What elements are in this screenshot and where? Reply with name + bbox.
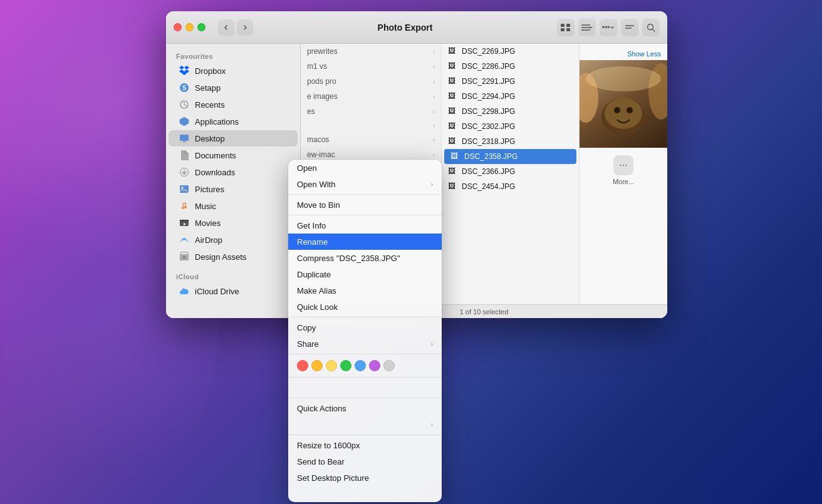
traffic-lights [174, 23, 205, 31]
left-column-item[interactable]: m1 vs › [301, 59, 441, 74]
menu-separator [288, 194, 442, 195]
arrange-button[interactable] [578, 19, 596, 36]
file-icon: 🖼 [450, 152, 460, 162]
left-column-item[interactable]: pods pro › [301, 74, 441, 89]
applications-icon [179, 116, 190, 127]
dropbox-icon [179, 65, 190, 76]
sidebar: Favourites Dropbox S Setapp Recents [166, 44, 301, 318]
menu-item-set-desktop[interactable] [288, 486, 442, 502]
sidebar-item-downloads[interactable]: Downloads [169, 164, 298, 180]
svg-point-16 [182, 187, 184, 189]
sidebar-item-airdrop-label: AirDrop [195, 235, 222, 245]
chevron-icon: › [431, 341, 433, 347]
left-column-item[interactable]: prewrites › [301, 44, 441, 59]
menu-item-show-preview-options[interactable]: Quick Actions [288, 400, 442, 416]
maximize-button[interactable] [197, 23, 205, 31]
svg-rect-23 [186, 221, 187, 222]
sidebar-item-applications-label: Applications [195, 117, 239, 126]
svg-point-32 [627, 107, 633, 113]
file-item[interactable]: 🖼 DSC_2286.JPG [442, 59, 579, 74]
color-tag-green[interactable] [340, 360, 351, 371]
menu-item-open-with[interactable]: Open With › [288, 176, 442, 192]
menu-item-open[interactable]: Open [288, 160, 442, 176]
color-tag-orange[interactable] [311, 360, 323, 371]
menu-item-send-to-bear[interactable]: Set Desktop Picture [288, 470, 442, 486]
downloads-icon [179, 167, 190, 178]
color-tag-yellow[interactable] [326, 360, 337, 371]
color-tag-blue[interactable] [355, 360, 366, 371]
menu-item-make-alias[interactable]: Make Alias [288, 282, 442, 299]
left-column-item[interactable]: e images › [301, 89, 441, 104]
sidebar-item-movies[interactable]: Movies [169, 215, 298, 231]
sidebar-section-icloud: iCloud [166, 269, 300, 282]
search-button[interactable] [642, 19, 660, 36]
file-item[interactable]: 🖼 DSC_2454.JPG [442, 179, 579, 194]
sidebar-item-documents[interactable]: Documents [169, 147, 298, 163]
svg-line-7 [653, 29, 655, 31]
color-tag-gray[interactable] [383, 360, 395, 371]
sidebar-item-pictures-label: Pictures [195, 185, 224, 194]
file-item-selected[interactable]: 🖼 DSC_2358.JPG [444, 149, 576, 164]
menu-item-share[interactable]: Share › [288, 336, 442, 352]
svg-rect-24 [183, 256, 185, 259]
menu-item-resize[interactable]: Send to Bear [288, 453, 442, 470]
menu-item-move-to-bin[interactable]: Move to Bin [288, 197, 442, 213]
svg-point-30 [605, 98, 642, 129]
menu-item-duplicate[interactable]: Duplicate [288, 266, 442, 282]
file-item[interactable]: 🖼 DSC_2318.JPG [442, 134, 579, 149]
svg-rect-0 [561, 24, 564, 27]
left-column-item[interactable]: macos › [301, 132, 441, 147]
color-tags [288, 356, 442, 375]
file-item[interactable]: 🖼 DSC_2291.JPG [442, 74, 579, 89]
left-column-item[interactable]: › [301, 119, 441, 132]
recents-icon [179, 99, 190, 110]
sidebar-item-recents[interactable]: Recents [169, 96, 298, 113]
sidebar-item-music[interactable]: Music [169, 198, 298, 214]
file-item[interactable]: 🖼 DSC_2366.JPG [442, 164, 579, 179]
sidebar-item-pictures[interactable]: Pictures [169, 181, 298, 197]
sidebar-item-documents-label: Documents [195, 151, 236, 160]
svg-rect-12 [183, 141, 185, 142]
nav-buttons [218, 19, 253, 36]
menu-separator [288, 317, 442, 317]
more-options-button[interactable]: ••• [600, 19, 617, 36]
setapp-icon: S [179, 82, 190, 93]
back-button[interactable] [218, 19, 234, 36]
more-button[interactable]: ··· [613, 155, 633, 175]
menu-separator [288, 354, 442, 354]
show-less-button[interactable]: Show Less [627, 50, 661, 58]
svg-rect-2 [561, 28, 564, 31]
file-item[interactable]: 🖼 DSC_2269.JPG [442, 44, 579, 59]
sidebar-item-dropbox[interactable]: Dropbox [169, 63, 298, 79]
file-item[interactable]: 🖼 DSC_2294.JPG [442, 89, 579, 104]
menu-separator [288, 398, 442, 398]
left-column-item[interactable]: es › [301, 104, 441, 119]
sidebar-section-favourites: Favourites [166, 49, 300, 62]
view-toggle-button[interactable] [557, 19, 575, 36]
file-icon: 🖼 [448, 121, 458, 131]
sidebar-item-desktop[interactable]: Desktop [169, 130, 298, 147]
sidebar-item-setapp[interactable]: S Setapp [169, 80, 298, 96]
color-tag-purple[interactable] [369, 360, 380, 371]
sidebar-item-icloud-drive[interactable]: iCloud Drive [169, 283, 298, 299]
menu-item-rename[interactable]: Rename [288, 234, 442, 250]
forward-button[interactable] [237, 19, 253, 36]
menu-item-quick-look[interactable]: Quick Look [288, 299, 442, 315]
menu-item-jpg-convert[interactable]: Resize to 1600px [288, 437, 442, 453]
file-item[interactable]: 🖼 DSC_2302.JPG [442, 119, 579, 134]
svg-rect-13 [182, 142, 187, 143]
sidebar-item-design-assets[interactable]: Design Assets [169, 249, 298, 265]
menu-item-get-info[interactable]: Get Info [288, 217, 442, 234]
menu-item-copy[interactable]: Copy [288, 319, 442, 336]
menu-item-tags[interactable] [288, 379, 442, 396]
file-item[interactable]: 🖼 DSC_2298.JPG [442, 104, 579, 119]
close-button[interactable] [174, 23, 182, 31]
sidebar-item-airdrop[interactable]: AirDrop [169, 232, 298, 248]
menu-item-quick-actions[interactable]: › [288, 416, 442, 433]
sidebar-item-movies-label: Movies [195, 219, 221, 228]
color-tag-red[interactable] [297, 360, 308, 371]
menu-item-compress[interactable]: Compress "DSC_2358.JPG" [288, 250, 442, 266]
minimize-button[interactable] [185, 23, 194, 31]
sidebar-item-applications[interactable]: Applications [169, 113, 298, 130]
more-button[interactable] [621, 19, 638, 36]
